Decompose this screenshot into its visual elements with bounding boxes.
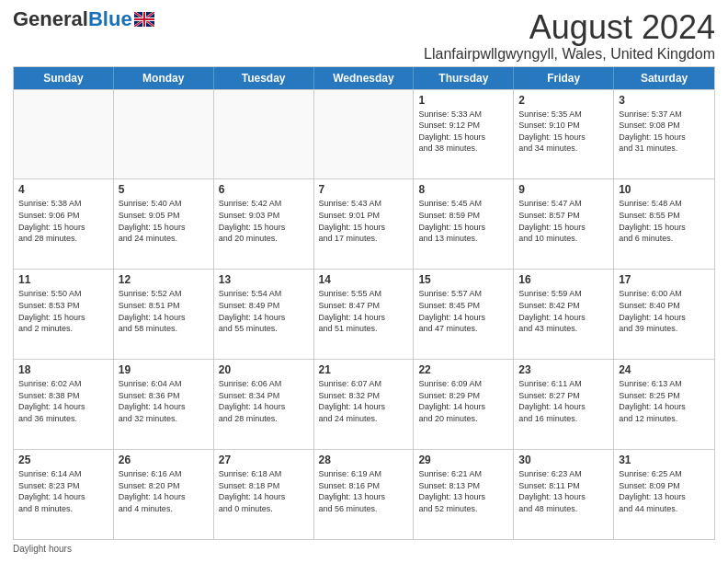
cal-cell-day-5: 5Sunrise: 5:40 AM Sunset: 9:05 PM Daylig… [114, 179, 214, 269]
day-number-12: 12 [119, 273, 209, 286]
day-info-7: Sunrise: 5:43 AM Sunset: 9:01 PM Dayligh… [319, 198, 409, 244]
cal-cell-day-27: 27Sunrise: 6:18 AM Sunset: 8:18 PM Dayli… [214, 450, 314, 539]
day-number-2: 2 [518, 94, 609, 107]
day-info-3: Sunrise: 5:37 AM Sunset: 9:08 PM Dayligh… [619, 109, 710, 155]
day-info-22: Sunrise: 6:09 AM Sunset: 8:29 PM Dayligh… [418, 378, 508, 424]
cal-header-sunday: Sunday [14, 67, 114, 89]
cal-cell-empty-0-1 [114, 90, 214, 179]
daylight-label: Daylight hours [13, 544, 72, 554]
day-number-31: 31 [619, 454, 710, 466]
day-info-27: Sunrise: 6:18 AM Sunset: 8:18 PM Dayligh… [219, 468, 309, 514]
day-number-14: 14 [319, 273, 409, 286]
day-info-14: Sunrise: 5:55 AM Sunset: 8:47 PM Dayligh… [319, 288, 409, 334]
day-number-25: 25 [18, 454, 108, 466]
day-number-5: 5 [119, 183, 209, 196]
day-info-15: Sunrise: 5:57 AM Sunset: 8:45 PM Dayligh… [418, 288, 508, 334]
day-info-18: Sunrise: 6:02 AM Sunset: 8:38 PM Dayligh… [18, 378, 108, 424]
day-number-27: 27 [219, 454, 309, 466]
day-number-15: 15 [418, 273, 508, 286]
cal-header-monday: Monday [114, 67, 214, 89]
day-info-31: Sunrise: 6:25 AM Sunset: 8:09 PM Dayligh… [619, 468, 710, 514]
day-number-28: 28 [319, 454, 409, 466]
day-number-26: 26 [119, 454, 209, 466]
logo-icon [134, 12, 154, 27]
cal-cell-day-16: 16Sunrise: 5:59 AM Sunset: 8:42 PM Dayli… [514, 270, 614, 359]
day-number-18: 18 [18, 363, 108, 376]
cal-cell-day-28: 28Sunrise: 6:19 AM Sunset: 8:16 PM Dayli… [314, 450, 415, 539]
day-number-20: 20 [219, 363, 309, 376]
day-info-6: Sunrise: 5:42 AM Sunset: 9:03 PM Dayligh… [219, 198, 309, 244]
calendar-header: SundayMondayTuesdayWednesdayThursdayFrid… [14, 67, 714, 89]
day-number-21: 21 [319, 363, 409, 376]
day-info-30: Sunrise: 6:23 AM Sunset: 8:11 PM Dayligh… [518, 468, 609, 514]
cal-cell-day-8: 8Sunrise: 5:45 AM Sunset: 8:59 PM Daylig… [414, 179, 514, 269]
cal-header-saturday: Saturday [614, 67, 714, 89]
day-info-17: Sunrise: 6:00 AM Sunset: 8:40 PM Dayligh… [619, 288, 710, 334]
day-info-8: Sunrise: 5:45 AM Sunset: 8:59 PM Dayligh… [418, 198, 508, 244]
day-number-11: 11 [18, 273, 108, 286]
cal-cell-day-15: 15Sunrise: 5:57 AM Sunset: 8:45 PM Dayli… [414, 270, 514, 359]
logo-blue: Blue [88, 7, 132, 30]
cal-cell-day-21: 21Sunrise: 6:07 AM Sunset: 8:32 PM Dayli… [314, 360, 415, 449]
logo: GeneralBlue [13, 9, 154, 29]
day-number-30: 30 [518, 454, 609, 466]
cal-header-wednesday: Wednesday [314, 67, 415, 89]
cal-cell-day-24: 24Sunrise: 6:13 AM Sunset: 8:25 PM Dayli… [614, 360, 714, 449]
day-number-7: 7 [319, 183, 409, 196]
cal-row-0: 1Sunrise: 5:33 AM Sunset: 9:12 PM Daylig… [14, 89, 714, 179]
svg-rect-8 [134, 18, 154, 20]
cal-cell-day-14: 14Sunrise: 5:55 AM Sunset: 8:47 PM Dayli… [314, 270, 415, 359]
cal-header-tuesday: Tuesday [214, 67, 314, 89]
day-info-5: Sunrise: 5:40 AM Sunset: 9:05 PM Dayligh… [119, 198, 209, 244]
day-info-29: Sunrise: 6:21 AM Sunset: 8:13 PM Dayligh… [418, 468, 508, 514]
cal-row-1: 4Sunrise: 5:38 AM Sunset: 9:06 PM Daylig… [14, 178, 714, 269]
day-info-2: Sunrise: 5:35 AM Sunset: 9:10 PM Dayligh… [518, 109, 609, 155]
day-number-24: 24 [619, 363, 710, 376]
day-number-3: 3 [619, 94, 710, 107]
day-info-16: Sunrise: 5:59 AM Sunset: 8:42 PM Dayligh… [518, 288, 609, 334]
cal-cell-day-20: 20Sunrise: 6:06 AM Sunset: 8:34 PM Dayli… [214, 360, 314, 449]
cal-cell-day-1: 1Sunrise: 5:33 AM Sunset: 9:12 PM Daylig… [414, 90, 514, 179]
cal-cell-day-9: 9Sunrise: 5:47 AM Sunset: 8:57 PM Daylig… [514, 179, 614, 269]
subtitle: Llanfairpwllgwyngyll, Wales, United King… [424, 46, 715, 63]
day-number-13: 13 [219, 273, 309, 286]
day-info-12: Sunrise: 5:52 AM Sunset: 8:51 PM Dayligh… [119, 288, 209, 334]
day-info-10: Sunrise: 5:48 AM Sunset: 8:55 PM Dayligh… [619, 198, 710, 244]
cal-cell-day-7: 7Sunrise: 5:43 AM Sunset: 9:01 PM Daylig… [314, 179, 415, 269]
cal-cell-day-11: 11Sunrise: 5:50 AM Sunset: 8:53 PM Dayli… [14, 270, 114, 359]
day-number-4: 4 [18, 183, 108, 196]
day-info-1: Sunrise: 5:33 AM Sunset: 9:12 PM Dayligh… [418, 109, 508, 155]
day-info-28: Sunrise: 6:19 AM Sunset: 8:16 PM Dayligh… [319, 468, 409, 514]
cal-cell-day-4: 4Sunrise: 5:38 AM Sunset: 9:06 PM Daylig… [14, 179, 114, 269]
day-number-10: 10 [619, 183, 710, 196]
day-info-20: Sunrise: 6:06 AM Sunset: 8:34 PM Dayligh… [219, 378, 309, 424]
cal-cell-day-12: 12Sunrise: 5:52 AM Sunset: 8:51 PM Dayli… [114, 270, 214, 359]
footer: Daylight hours [13, 544, 715, 554]
page: GeneralBlue August 2024 Llanfai [0, 0, 728, 563]
day-number-17: 17 [619, 273, 710, 286]
title-block: August 2024 Llanfairpwllgwyngyll, Wales,… [424, 9, 715, 63]
cal-cell-day-19: 19Sunrise: 6:04 AM Sunset: 8:36 PM Dayli… [114, 360, 214, 449]
day-number-1: 1 [418, 94, 508, 107]
cal-cell-empty-0-0 [14, 90, 114, 179]
cal-cell-day-25: 25Sunrise: 6:14 AM Sunset: 8:23 PM Dayli… [14, 450, 114, 539]
header: GeneralBlue August 2024 Llanfai [13, 9, 715, 63]
cal-header-thursday: Thursday [414, 67, 514, 89]
cal-cell-empty-0-3 [314, 90, 415, 179]
day-number-19: 19 [119, 363, 209, 376]
day-info-9: Sunrise: 5:47 AM Sunset: 8:57 PM Dayligh… [518, 198, 609, 244]
day-number-8: 8 [418, 183, 508, 196]
day-number-29: 29 [418, 454, 508, 466]
cal-cell-day-3: 3Sunrise: 5:37 AM Sunset: 9:08 PM Daylig… [614, 90, 714, 179]
cal-cell-day-17: 17Sunrise: 6:00 AM Sunset: 8:40 PM Dayli… [614, 270, 714, 359]
calendar: SundayMondayTuesdayWednesdayThursdayFrid… [13, 66, 715, 540]
day-number-6: 6 [219, 183, 309, 196]
cal-cell-day-23: 23Sunrise: 6:11 AM Sunset: 8:27 PM Dayli… [514, 360, 614, 449]
cal-cell-day-29: 29Sunrise: 6:21 AM Sunset: 8:13 PM Dayli… [414, 450, 514, 539]
cal-row-3: 18Sunrise: 6:02 AM Sunset: 8:38 PM Dayli… [14, 359, 714, 449]
day-info-26: Sunrise: 6:16 AM Sunset: 8:20 PM Dayligh… [119, 468, 209, 514]
cal-header-friday: Friday [514, 67, 614, 89]
logo-general: General [13, 7, 88, 30]
cal-cell-day-10: 10Sunrise: 5:48 AM Sunset: 8:55 PM Dayli… [614, 179, 714, 269]
cal-cell-day-6: 6Sunrise: 5:42 AM Sunset: 9:03 PM Daylig… [214, 179, 314, 269]
